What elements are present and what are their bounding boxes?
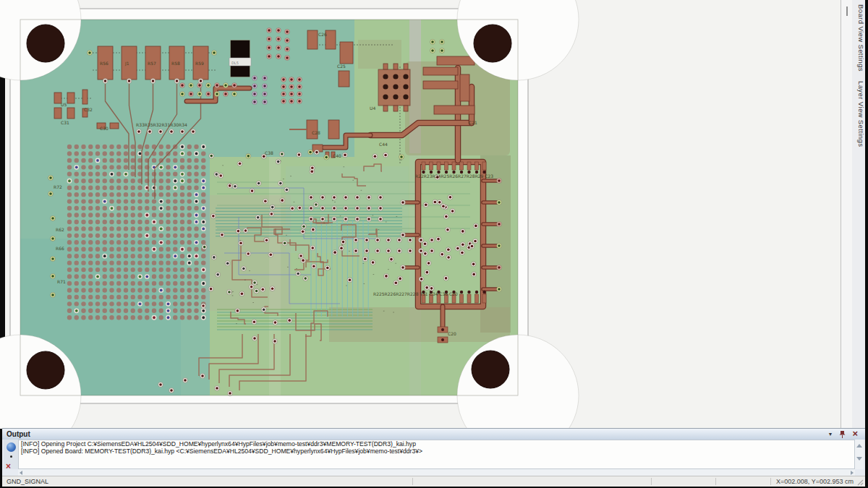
scroll-up-icon[interactable] [856, 444, 862, 448]
board-label: DL5 [231, 61, 239, 65]
board-label: R66 [56, 246, 64, 251]
pin-icon[interactable] [839, 430, 846, 438]
log-line: [INFO] Opened Board: MEMORY-TEST(DDR3)_k… [19, 448, 854, 455]
board-label: C32 [84, 107, 93, 112]
settings-tabstrip: Board View Settings Layer View Settings [852, 0, 865, 429]
scroll-left-icon[interactable] [20, 471, 22, 475]
dropdown-icon[interactable]: ▼ [827, 432, 833, 437]
info-icon [7, 442, 16, 452]
statusbar-divider [651, 478, 652, 485]
board-label: U4 [370, 106, 375, 111]
hyperlynx-window: R56J1R57R58R59U5C32C31C30R72R62R66R71R33… [0, 0, 868, 488]
board-label: R62 [56, 227, 64, 232]
board-label: C26 [318, 32, 327, 37]
status-bar: GND_SIGNAL X=002.008, Y=002.953 cm [2, 476, 865, 487]
scroll-right-icon[interactable] [851, 471, 854, 475]
board-label: C28 [312, 130, 320, 135]
splitter-grip[interactable] [846, 7, 848, 16]
board-label: C25 [337, 64, 346, 69]
statusbar-coordinates: X=002.008, Y=002.953 cm [776, 478, 854, 485]
board-label: C21 [469, 120, 477, 125]
output-gutter: × [4, 440, 18, 469]
board-label: R225R226R227R228 T31 C34 C36 C20 [373, 291, 458, 296]
board-label: C30 [100, 126, 109, 131]
output-panel-title: Output [2, 430, 30, 438]
output-log[interactable]: [INFO] Opening Project C:¥SiemensEDA¥HL2… [18, 440, 855, 469]
board-label: R57 [148, 61, 156, 66]
board-label: C20 [448, 331, 456, 336]
close-icon[interactable]: × [852, 429, 858, 438]
tab-layer-view-settings[interactable]: Layer View Settings [852, 81, 865, 147]
bullet-icon [10, 455, 12, 458]
board-label: R59 [195, 61, 204, 66]
output-panel: Output ▼ × × [INFO] Opening Project C:¥S… [2, 428, 865, 476]
resize-grip[interactable] [857, 479, 864, 486]
output-vertical-scrollbar[interactable] [855, 440, 864, 469]
scroll-down-icon[interactable] [856, 457, 862, 461]
statusbar-divider [412, 478, 413, 485]
statusbar-divider [770, 478, 771, 485]
board-label: R22R23R24R25R26R27R28R29 C23 [415, 174, 493, 179]
board-label: R58 [171, 61, 180, 66]
board-label: U5 [61, 102, 67, 107]
right-scroll-strip[interactable] [841, 0, 853, 429]
board-label: C44 [379, 142, 388, 147]
statusbar-net-label: GND_SIGNAL [2, 478, 48, 485]
error-stamp-icon[interactable]: × [6, 461, 11, 471]
board-label: R56 [100, 61, 109, 66]
board-label: R72 [54, 184, 62, 189]
board-label: R33R35R32R31R30R34 [136, 122, 187, 127]
board-label: C40 [333, 153, 341, 158]
board-label: C31 [61, 120, 69, 125]
pcb-board-drawing[interactable]: R56J1R57R58R59U5C32C31C30R72R62R66R71R33… [0, 0, 868, 429]
output-panel-header: Output ▼ × [2, 429, 865, 440]
board-label: J1 [124, 61, 129, 67]
board-label: R71 [57, 279, 66, 284]
statusbar-divider [715, 478, 716, 485]
board-label: C38 [265, 150, 273, 155]
tab-board-view-settings[interactable]: Board View Settings [852, 4, 865, 72]
